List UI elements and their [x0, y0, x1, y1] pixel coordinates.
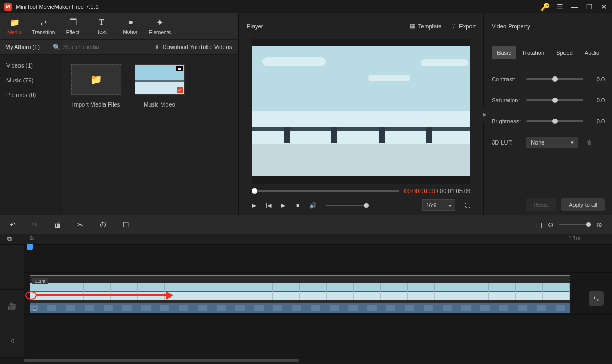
clip-audio-icon: 🔈: [32, 306, 39, 312]
lut-dropdown[interactable]: None ▾: [526, 137, 578, 148]
titlebar-controls: 🔑 ☰ — ❐ ✕: [541, 3, 608, 11]
contrast-slider[interactable]: [526, 78, 583, 80]
timeline-ruler[interactable]: ⧉ 0s 1.1m: [0, 234, 612, 245]
add-marker-icon[interactable]: ⧉: [7, 235, 12, 242]
panel-expand-toggle[interactable]: ▶: [482, 107, 487, 122]
tool-tabs: 📁 Media ⇄ Transition ❐ Effect T Text ● M…: [0, 13, 238, 39]
minimize-icon[interactable]: —: [571, 3, 578, 11]
download-youtube-button[interactable]: ⇩ Download YouTube Videos: [148, 44, 239, 51]
tab-motion[interactable]: ● Motion: [116, 13, 145, 39]
sidebar-item-videos[interactable]: Videos (1): [0, 58, 63, 73]
clip-thumbnails: [30, 283, 570, 300]
scrollbar-thumb[interactable]: [24, 359, 299, 362]
album-name[interactable]: My Album (1): [0, 44, 45, 50]
effect-icon: ❐: [69, 17, 77, 27]
delete-icon[interactable]: 🗑: [54, 221, 61, 229]
sidebar-item-music[interactable]: Music (79): [0, 73, 63, 88]
video-property-panel: ▶ Video Property Basic Rotation Speed Au…: [484, 13, 612, 215]
sidebar-item-pictures[interactable]: Pictures (0): [0, 88, 63, 102]
fullscreen-icon[interactable]: ⛶: [465, 202, 470, 208]
next-frame-icon[interactable]: ▶|: [281, 202, 287, 209]
zoom-slider[interactable]: [559, 224, 591, 225]
timecode: 00:00:00.00 / 00:01:05.06: [404, 188, 470, 194]
contrast-row: Contrast: 0.0: [492, 69, 605, 90]
crop-icon[interactable]: ☐: [123, 221, 129, 229]
hamburger-menu-icon[interactable]: ☰: [556, 3, 563, 11]
video-track-icon[interactable]: 🎥: [0, 290, 24, 324]
download-label: Download YouTube Videos: [163, 44, 232, 50]
template-button[interactable]: ▦ Template: [410, 23, 442, 30]
folder-icon: 📁: [71, 64, 121, 95]
template-label: Template: [418, 23, 442, 30]
contrast-label: Contrast:: [492, 76, 522, 82]
search-input[interactable]: [63, 44, 137, 50]
tab-media[interactable]: 📁 Media: [0, 13, 29, 39]
tab-text[interactable]: T Text: [87, 13, 116, 39]
delete-lut-icon[interactable]: 🗑: [587, 139, 592, 146]
search-area: 🔍: [45, 40, 148, 54]
video-thumbnail: ✓: [135, 64, 185, 95]
aspect-ratio-dropdown[interactable]: 16:9 ▾: [422, 199, 455, 211]
maximize-icon[interactable]: ❐: [586, 3, 593, 11]
video-preview-frame: [252, 39, 470, 184]
zoom-out-icon[interactable]: ⊖: [548, 221, 554, 229]
clip-duration-badge: 1.1m: [32, 278, 48, 284]
elements-icon: ✦: [156, 17, 163, 27]
redo-icon[interactable]: ↷: [32, 221, 38, 229]
apply-to-all-button[interactable]: Apply to all: [561, 198, 605, 211]
tab-effect[interactable]: ❐ Effect: [58, 13, 87, 39]
timeline-total-duration: 1.1m: [569, 235, 580, 241]
folder-icon: 📁: [10, 17, 20, 27]
zoom-in-icon[interactable]: ⊕: [596, 221, 602, 229]
chevron-down-icon: ▾: [449, 203, 451, 208]
import-media-tile[interactable]: 📁 Import Media Files: [70, 64, 123, 108]
tab-audio[interactable]: Audio: [579, 46, 605, 59]
transition-icon: ⇄: [40, 17, 47, 27]
add-transition-button[interactable]: ⇆: [589, 291, 604, 306]
tab-rotation[interactable]: Rotation: [517, 46, 550, 59]
tile-label: Music Video: [133, 101, 186, 108]
video-preview[interactable]: [252, 46, 470, 176]
property-tabs: Basic Rotation Speed Audio: [484, 39, 612, 59]
upgrade-key-icon[interactable]: 🔑: [541, 3, 549, 11]
tab-speed[interactable]: Speed: [551, 46, 578, 59]
lut-row: 3D LUT: None ▾ 🗑: [492, 132, 605, 153]
playhead[interactable]: [30, 245, 30, 358]
timeline-panel: ↶ ↷ 🗑 ✂ ⏱ ☐ ◫ ⊖ ⊕ ⧉ 0s 1.1m 🎥 ♫ 1.: [0, 215, 612, 364]
tab-label: Text: [97, 29, 106, 35]
timeline-scrollbar[interactable]: [0, 358, 612, 364]
audio-track-icon[interactable]: ♫: [0, 323, 24, 358]
tab-elements[interactable]: ✦ Elements: [145, 13, 174, 39]
export-button[interactable]: ⇪ Export: [451, 23, 476, 30]
volume-icon[interactable]: 🔊: [309, 202, 317, 209]
undo-icon[interactable]: ↶: [10, 221, 16, 229]
saturation-label: Saturation:: [492, 97, 522, 103]
tab-transition[interactable]: ⇄ Transition: [29, 13, 58, 39]
video-badge-icon: [176, 66, 183, 71]
duration: 00:01:05.06: [440, 188, 470, 194]
speed-icon[interactable]: ⏱: [99, 221, 107, 229]
play-icon[interactable]: ▶: [252, 202, 256, 209]
prev-frame-icon[interactable]: |◀: [266, 202, 271, 209]
lut-value: None: [531, 139, 544, 146]
tracks-body[interactable]: 1.1m 🔈 ⇆: [24, 245, 612, 358]
annotation-drag-arrow: [36, 294, 172, 296]
overlay-track-icon[interactable]: [0, 255, 24, 290]
media-subbar: My Album (1) 🔍 ⇩ Download YouTube Videos: [0, 39, 238, 55]
seek-bar[interactable]: [252, 190, 399, 192]
zoom-controls: ◫ ⊖ ⊕: [535, 221, 602, 229]
media-clip-tile[interactable]: ✓ Music Video: [133, 64, 186, 108]
saturation-slider[interactable]: [526, 99, 583, 101]
brightness-slider[interactable]: [526, 120, 583, 122]
stop-icon[interactable]: ■: [296, 202, 300, 208]
chevron-down-icon: ▾: [571, 139, 574, 146]
close-icon[interactable]: ✕: [600, 3, 608, 11]
split-icon[interactable]: ✂: [77, 221, 83, 229]
tab-basic[interactable]: Basic: [492, 46, 516, 59]
tile-label: Import Media Files: [70, 101, 123, 108]
seek-row: 00:00:00.00 / 00:01:05.06: [252, 188, 470, 194]
text-icon: T: [99, 17, 105, 27]
volume-slider[interactable]: [326, 205, 369, 206]
reset-button[interactable]: Reset: [526, 198, 556, 211]
fit-icon[interactable]: ◫: [535, 221, 542, 229]
